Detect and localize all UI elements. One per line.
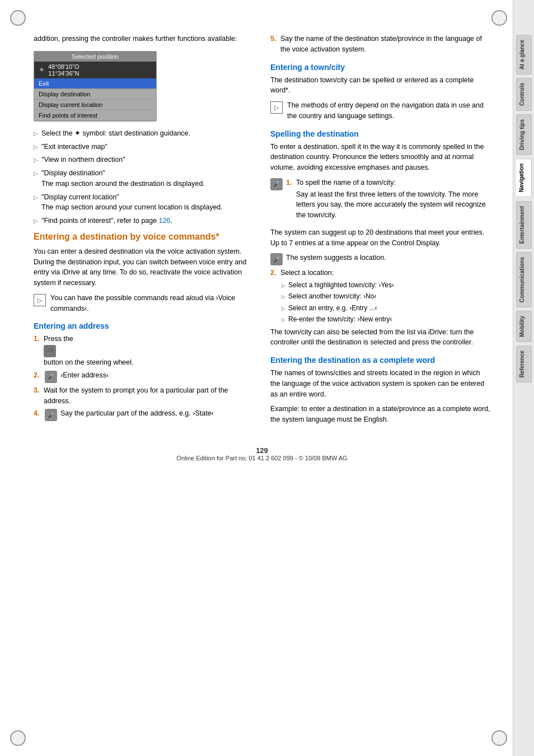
bullet-item: ▷ "Exit interactive map" bbox=[34, 142, 254, 152]
mic-icon-spell1 bbox=[270, 178, 283, 190]
step-2: 2. ›Enter address‹ bbox=[34, 370, 254, 383]
system-suggests-row: The system suggests a location. bbox=[270, 253, 490, 265]
bullet-list: ▷ Select the ✦ symbol: start destination… bbox=[34, 128, 254, 226]
mic-icon-step4 bbox=[45, 409, 57, 421]
step-1-text: Press the 🎮 button on the steering wheel… bbox=[44, 334, 134, 368]
step-3-num: 3. bbox=[34, 385, 41, 396]
entering-address-heading: Entering an address bbox=[34, 321, 254, 330]
voice-commands-heading: Entering a destination by voice commands… bbox=[34, 232, 254, 242]
step-1-num: 1. bbox=[34, 334, 41, 344]
spelling-heading: Spelling the destination bbox=[270, 129, 490, 138]
triangle-icon: ▷ bbox=[34, 156, 38, 164]
triangle-icon: ▷ bbox=[34, 129, 38, 138]
town-note-arrow-icon bbox=[270, 101, 283, 114]
bullet-item: ▷ "Display destination"The map section a… bbox=[34, 168, 254, 189]
screenshot-coords: ✦ 48°08'10"O 11°34'36"N bbox=[34, 62, 156, 78]
sidebar-tab-at-a-glance[interactable]: At a glance bbox=[516, 35, 532, 74]
voice-commands-intro: You can enter a desired destination via … bbox=[34, 246, 254, 288]
town-note-text: The methods of entry depend on the navig… bbox=[287, 100, 490, 122]
sub-item: ▷ Select an entry, e.g. ›Entry ...‹ bbox=[282, 304, 490, 313]
note-box: You can have the possible commands read … bbox=[34, 293, 254, 314]
sidebar-tab-controls[interactable]: Controls bbox=[516, 78, 532, 111]
left-column: addition, pressing the controller makes … bbox=[34, 34, 254, 430]
sidebar-tab-communications[interactable]: Communications bbox=[516, 252, 532, 307]
screenshot-menu: Exit Display destination Display current… bbox=[34, 78, 156, 121]
step-2-text: ›Enter address‹ bbox=[60, 370, 109, 381]
intro-text: addition, pressing the controller makes … bbox=[34, 34, 254, 44]
right-column: 5. Say the name of the destination state… bbox=[270, 34, 490, 430]
step-4: 4. Say the particular part of the addres… bbox=[34, 408, 254, 421]
menu-item-exit: Exit bbox=[34, 78, 156, 89]
step-4-text: Say the particular part of the address, … bbox=[60, 408, 214, 419]
triangle-icon: ▷ bbox=[34, 169, 38, 178]
mic-icon-system bbox=[270, 253, 283, 265]
spell-step-1-text: Say at least the first three letters of … bbox=[296, 189, 490, 221]
step-2-num: 2. bbox=[34, 370, 41, 381]
step-4-num: 4. bbox=[34, 408, 41, 419]
sub-triangle-icon: ▷ bbox=[282, 305, 285, 312]
step-5-num: 5. bbox=[270, 34, 278, 44]
complete-word-intro: The names of towns/cities and streets lo… bbox=[270, 368, 490, 399]
bullet-item: ▷ "Find points of interest", refer to pa… bbox=[34, 216, 254, 226]
sub-items-list: ▷ Select a highlighted town/city: ›Yes‹ … bbox=[282, 281, 490, 325]
note-text: You can have the possible commands read … bbox=[50, 293, 254, 314]
menu-item-display-dest: Display destination bbox=[34, 89, 156, 100]
page-number: 129 bbox=[34, 446, 490, 455]
spelling-intro: To enter a destination, spell it in the … bbox=[270, 142, 490, 173]
step-3-text: Wait for the system to prompt you for a … bbox=[44, 385, 254, 407]
sidebar-tab-driving-tips[interactable]: Driving tips bbox=[516, 114, 532, 155]
step-1: 1. Press the 🎮 button on the steering wh… bbox=[34, 334, 254, 368]
sidebar-tab-mobility[interactable]: Mobility bbox=[516, 311, 532, 342]
complete-word-heading: Entering the destination as a complete w… bbox=[270, 356, 490, 365]
spell-step-2: 2. Select a location: bbox=[270, 268, 490, 278]
system-suggests-text: The system suggests a location. bbox=[286, 253, 386, 263]
entering-town-intro: The destination town/city can be spelled… bbox=[270, 75, 490, 96]
sub-item: ▷ Re-enter the town/city: ›New entry‹ bbox=[282, 315, 490, 324]
step-5-text: Say the name of the destination state/pr… bbox=[280, 34, 490, 55]
sidebar-tab-navigation[interactable]: Navigation bbox=[516, 158, 532, 197]
screenshot-title: Selected position bbox=[34, 52, 156, 62]
complete-word-example: Example: to enter a destination in a sta… bbox=[270, 404, 490, 425]
page-link[interactable]: 126 bbox=[159, 217, 171, 225]
note-arrow-icon bbox=[34, 294, 46, 306]
bullet-item: ▷ "Display current location"The map sect… bbox=[34, 192, 254, 213]
page-footer: 129 Online Edition for Part no. 01 41 2 … bbox=[34, 446, 490, 461]
spell-step-2-num: 2. bbox=[270, 268, 278, 278]
position-icon: ✦ bbox=[39, 66, 45, 74]
menu-item-find-poi: Find points of interest bbox=[34, 110, 156, 121]
sub-triangle-icon: ▷ bbox=[282, 316, 285, 324]
sub-item: ▷ Select a highlighted town/city: ›Yes‹ bbox=[282, 281, 490, 290]
footer-text: Online Edition for Part no. 01 41 2 602 … bbox=[34, 455, 490, 461]
triangle-icon: ▷ bbox=[34, 143, 38, 151]
system-note: The system can suggest up to 20 destinat… bbox=[270, 227, 490, 249]
sub-triangle-icon: ▷ bbox=[282, 293, 285, 301]
idrive-note: The town/city can also be selected from … bbox=[270, 327, 490, 348]
steering-wheel-icon: 🎮 bbox=[44, 345, 56, 357]
town-note-box: The methods of entry depend on the navig… bbox=[270, 100, 490, 122]
spell-step-1-label: To spell the name of a town/city: bbox=[296, 178, 396, 188]
triangle-icon: ▷ bbox=[34, 193, 38, 202]
sidebar-tab-entertainment[interactable]: Entertainment bbox=[516, 201, 532, 249]
spell-step-2-label: Select a location: bbox=[280, 268, 334, 278]
spell-step-1-num: 1. bbox=[286, 178, 294, 188]
step-5: 5. Say the name of the destination state… bbox=[270, 34, 490, 55]
bullet-item: ▷ "View in northern direction" bbox=[34, 155, 254, 165]
bullet-item: ▷ Select the ✦ symbol: start destination… bbox=[34, 128, 254, 139]
triangle-icon: ▷ bbox=[34, 217, 38, 225]
sidebar: At a glance Controls Driving tips Naviga… bbox=[513, 0, 534, 756]
mic-icon-step2 bbox=[45, 371, 57, 383]
sub-item: ▷ Select another town/city: ›No‹ bbox=[282, 292, 490, 301]
step-3: 3. Wait for the system to prompt you for… bbox=[34, 385, 254, 407]
spell-step-1: 1. To spell the name of a town/city: Say… bbox=[270, 178, 490, 225]
entering-town-heading: Entering a town/city bbox=[270, 63, 490, 72]
screenshot-box: Selected position ✦ 48°08'10"O 11°34'36"… bbox=[34, 51, 157, 122]
sub-triangle-icon: ▷ bbox=[282, 282, 285, 290]
menu-item-display-loc: Display current location bbox=[34, 100, 156, 110]
spell-step-1-header: 1. To spell the name of a town/city: bbox=[286, 178, 490, 188]
sidebar-tab-reference[interactable]: Reference bbox=[516, 346, 532, 382]
